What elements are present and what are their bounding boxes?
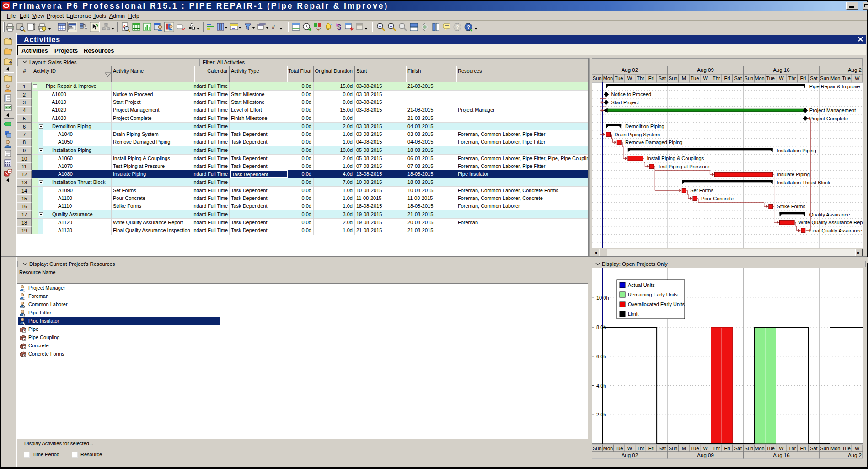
- svg-text:Fri: Fri: [800, 75, 806, 81]
- svg-text:Sun: Sun: [593, 75, 602, 81]
- svg-text:W: W: [627, 75, 632, 81]
- svg-text:Sun: Sun: [745, 446, 754, 451]
- svg-text:Sat: Sat: [734, 446, 742, 451]
- svg-text:Sun: Sun: [745, 75, 754, 81]
- svg-text:Project Complete: Project Complete: [809, 116, 848, 121]
- svg-text:Thr: Thr: [713, 446, 720, 451]
- svg-text:Remove Damaged Piping: Remove Damaged Piping: [625, 140, 682, 145]
- svg-text:Sat: Sat: [659, 75, 666, 81]
- svg-text:Fri: Fri: [800, 446, 806, 451]
- svg-text:W: W: [779, 446, 784, 451]
- svg-text:Actual Units: Actual Units: [628, 282, 655, 288]
- svg-text:Test Piping at Pressure: Test Piping at Pressure: [658, 164, 709, 169]
- svg-text:Tue: Tue: [842, 446, 851, 451]
- svg-text:Sun: Sun: [669, 75, 678, 81]
- svg-text:M: M: [682, 75, 686, 81]
- svg-text:Installation Thrust Block: Installation Thrust Block: [777, 180, 830, 185]
- svg-text:4.0h: 4.0h: [596, 383, 606, 388]
- svg-text:Sun: Sun: [593, 446, 602, 451]
- svg-text:Sat: Sat: [659, 446, 666, 451]
- svg-text:6.0h: 6.0h: [596, 354, 606, 359]
- svg-text:Write Quality Assurance Repc: Write Quality Assurance Repc: [798, 220, 863, 225]
- svg-text:Drain Piping System: Drain Piping System: [614, 132, 660, 137]
- svg-text:W: W: [627, 446, 632, 451]
- svg-text:Fri: Fri: [724, 75, 730, 81]
- svg-text:Limit: Limit: [628, 311, 638, 317]
- svg-text:Sat: Sat: [810, 446, 818, 451]
- svg-text:Fri: Fri: [648, 75, 654, 81]
- svg-text:Aug 16: Aug 16: [773, 453, 789, 458]
- svg-text:Aug 09: Aug 09: [697, 453, 713, 458]
- svg-text:Thr: Thr: [713, 75, 720, 81]
- svg-text:Demolition Piping: Demolition Piping: [625, 124, 664, 129]
- svg-text:Mon: Mon: [755, 75, 764, 81]
- svg-text:Fri: Fri: [648, 446, 654, 451]
- svg-text:Install Piping & Couplings: Install Piping & Couplings: [647, 156, 704, 161]
- svg-text:W: W: [779, 75, 784, 81]
- svg-text:Mon: Mon: [830, 75, 840, 81]
- svg-text:Mon: Mon: [830, 446, 840, 451]
- svg-text:?: ?: [456, 24, 459, 30]
- svg-text:W: W: [703, 75, 708, 81]
- svg-text:Fri: Fri: [724, 446, 730, 451]
- svg-text:Tue: Tue: [842, 75, 851, 81]
- svg-text:Thr: Thr: [637, 75, 644, 81]
- svg-text:W: W: [855, 75, 860, 81]
- svg-text:Tue: Tue: [766, 75, 775, 81]
- svg-text:M: M: [682, 446, 686, 451]
- svg-text:Remaining Early Units: Remaining Early Units: [628, 292, 678, 297]
- svg-text:Insulate Piping: Insulate Piping: [777, 172, 810, 177]
- svg-text:Final Quality Assurance I: Final Quality Assurance I: [809, 228, 863, 233]
- svg-text:Aug 02: Aug 02: [622, 453, 638, 458]
- svg-text:Set Forms: Set Forms: [690, 188, 713, 193]
- svg-text:Notice to Proceed: Notice to Proceed: [611, 92, 651, 97]
- svg-text:Sat: Sat: [734, 75, 742, 81]
- svg-text:Thr: Thr: [788, 75, 796, 81]
- svg-text:Thr: Thr: [637, 446, 644, 451]
- svg-text:W: W: [703, 446, 708, 451]
- svg-text:Aug 2: Aug 2: [848, 67, 862, 73]
- svg-text:Sun: Sun: [669, 446, 678, 451]
- svg-text:Mon: Mon: [603, 75, 613, 81]
- svg-text:Aug 02: Aug 02: [622, 67, 638, 73]
- svg-text:Sun: Sun: [820, 446, 829, 451]
- svg-text:Quality Assurance: Quality Assurance: [809, 212, 850, 217]
- svg-text:Sat: Sat: [810, 75, 818, 81]
- svg-text:Tue: Tue: [691, 446, 699, 451]
- svg-text:Start Project: Start Project: [611, 100, 639, 105]
- svg-text:Aug 09: Aug 09: [697, 67, 713, 73]
- svg-text:Aug 16: Aug 16: [773, 67, 789, 73]
- svg-text:Tue: Tue: [615, 446, 623, 451]
- svg-text:Tue: Tue: [766, 446, 775, 451]
- svg-text:Strike Forms: Strike Forms: [777, 204, 806, 209]
- svg-text:Mon: Mon: [755, 446, 764, 451]
- svg-text:Pipe Repair & Improve: Pipe Repair & Improve: [809, 84, 860, 89]
- svg-text:Aug 2: Aug 2: [848, 453, 862, 458]
- svg-text:Mon: Mon: [603, 446, 613, 451]
- svg-text:Overallocated Early Units: Overallocated Early Units: [628, 302, 685, 307]
- svg-text:Project Management: Project Management: [809, 108, 856, 113]
- svg-text:Tue: Tue: [615, 75, 623, 81]
- svg-text:?: ?: [467, 24, 470, 30]
- svg-text:Pour Concrete: Pour Concrete: [701, 196, 734, 201]
- svg-text:W: W: [855, 446, 860, 451]
- svg-text:Thr: Thr: [788, 446, 796, 451]
- svg-text:Sun: Sun: [820, 75, 829, 81]
- svg-text:Tue: Tue: [691, 75, 699, 81]
- svg-text:2.0h: 2.0h: [596, 412, 606, 417]
